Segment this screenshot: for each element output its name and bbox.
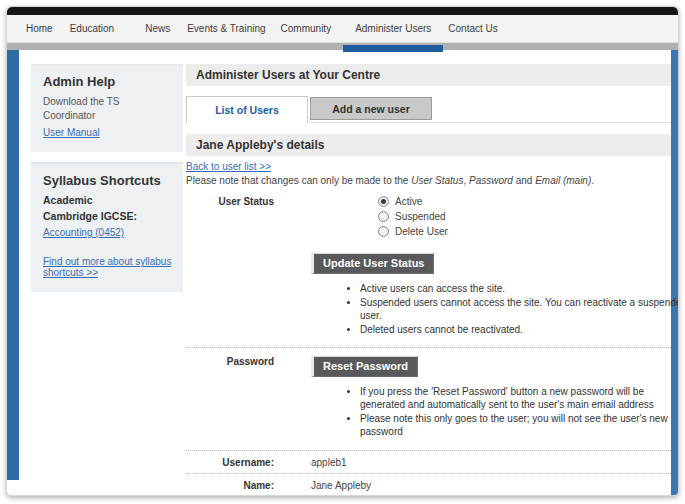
radio-active-label: Active: [395, 196, 422, 207]
password-label: Password: [186, 356, 274, 439]
top-black-bar: [7, 7, 678, 15]
left-blue-strip: [7, 50, 19, 480]
tab-bar: List of Users Add a new user: [186, 96, 671, 123]
tab-add-new-user[interactable]: Add a new user: [310, 97, 432, 120]
bullet-item: Deleted users cannot be reactivated.: [360, 323, 679, 336]
syllabus-qualification-label: Cambridge IGCSE:: [43, 210, 173, 222]
admin-help-title: Admin Help: [43, 74, 173, 89]
accounting-syllabus-link[interactable]: Accounting (0452): [43, 227, 124, 238]
user-status-bullets: Active users can access the site. Suspen…: [346, 282, 679, 336]
username-row: Username: appleb1: [186, 451, 671, 474]
user-status-radio-group: Active Suspended Delete User: [378, 196, 448, 241]
admin-help-box: Admin Help Download the TS Coordinator U…: [31, 64, 183, 152]
radio-suspended-label: Suspended: [395, 211, 446, 222]
section-divider: [186, 347, 671, 348]
user-manual-link[interactable]: User Manual: [43, 127, 100, 138]
syllabus-shortcuts-title: Syllabus Shortcuts: [43, 173, 173, 188]
radio-delete-user-label: Delete User: [395, 226, 448, 237]
nav-item-contact-us[interactable]: Contact Us: [448, 23, 497, 34]
sidebar: Admin Help Download the TS Coordinator U…: [31, 64, 183, 292]
username-label: Username:: [186, 457, 274, 468]
user-status-label: User Status: [186, 196, 274, 241]
syllabus-academic-label: Academic: [43, 194, 173, 206]
name-label: Name:: [186, 480, 274, 491]
radio-suspended[interactable]: Suspended: [378, 211, 448, 222]
radio-active[interactable]: Active: [378, 196, 448, 207]
user-status-row: User Status Active Suspended Delete User: [186, 196, 671, 241]
main-nav: Home Education News Events & Training Co…: [7, 15, 678, 43]
nav-item-news[interactable]: News: [145, 23, 170, 34]
admin-help-text: Download the TS Coordinator: [43, 95, 173, 122]
bullet-item: Suspended users cannot access the site. …: [360, 296, 679, 322]
edit-note: Please note that changes can only be mad…: [186, 175, 671, 186]
bullet-item: Active users can access the site.: [360, 282, 679, 295]
nav-item-home[interactable]: Home: [26, 23, 53, 34]
password-row: Password Reset Password If you press the…: [186, 356, 671, 439]
details-section-title: Jane Appleby's details: [186, 134, 671, 156]
bullet-item: Please note this only goes to the user; …: [360, 412, 679, 438]
username-value: appleb1: [311, 457, 347, 468]
nav-item-events-training[interactable]: Events & Training: [187, 23, 265, 34]
back-to-user-list-link[interactable]: Back to user list >>: [186, 161, 271, 172]
radio-button-icon[interactable]: [378, 196, 389, 207]
radio-button-icon[interactable]: [378, 211, 389, 222]
tab-list-of-users[interactable]: List of Users: [186, 96, 308, 123]
syllabus-more-link[interactable]: Find out more about syllabus shortcuts >…: [43, 256, 173, 278]
nav-item-community[interactable]: Community: [281, 23, 332, 34]
page-card: Home Education News Events & Training Co…: [6, 6, 679, 496]
name-row: Name: Jane Appleby: [186, 474, 671, 496]
nav-item-administer-users[interactable]: Administer Users: [355, 23, 431, 34]
main-content: Administer Users at Your Centre List of …: [186, 64, 671, 496]
page-title: Administer Users at Your Centre: [186, 64, 671, 86]
radio-button-icon[interactable]: [378, 226, 389, 237]
password-bullets: If you press the 'Reset Password' button…: [346, 385, 679, 438]
name-value: Jane Appleby: [311, 480, 371, 491]
update-user-status-button[interactable]: Update User Status: [311, 253, 434, 274]
details-content: Back to user list >> Please note that ch…: [186, 156, 671, 496]
syllabus-shortcuts-box: Syllabus Shortcuts Academic Cambridge IG…: [31, 163, 183, 292]
nav-item-education[interactable]: Education: [70, 23, 114, 34]
sidebar-divider: [31, 152, 183, 163]
radio-delete-user[interactable]: Delete User: [378, 226, 448, 237]
reset-password-button[interactable]: Reset Password: [311, 356, 418, 377]
bullet-item: If you press the 'Reset Password' button…: [360, 385, 679, 411]
